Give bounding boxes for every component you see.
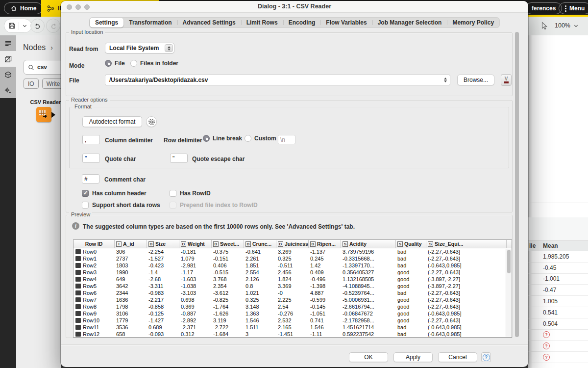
row-delimiter-radio-custom[interactable]: Custom xyxy=(245,135,276,142)
checkbox-icon[interactable] xyxy=(170,190,176,197)
column-header-weight[interactable]: DWeight xyxy=(179,240,212,248)
mode-radio-files-in-folder[interactable]: Files in folder xyxy=(130,60,178,67)
table-row[interactable]: Row0306-2.254-0.181-0.375-0.6413.269-1.1… xyxy=(74,248,512,255)
quote-char-input[interactable] xyxy=(82,154,100,163)
zoom-level-select[interactable]: 100% xyxy=(555,20,579,31)
table-row[interactable]: Row101779-1.427-2.8923.1191.5462.5320.74… xyxy=(74,317,512,324)
stats-row[interactable]: -1.001 xyxy=(528,274,588,285)
rail-item-node-repository[interactable] xyxy=(0,51,16,67)
stats-row[interactable]: 1.005 xyxy=(528,296,588,307)
checkbox-icon[interactable] xyxy=(82,202,89,209)
column-header-acidity[interactable]: SAcidity xyxy=(341,240,396,248)
comment-char-input[interactable] xyxy=(82,174,99,184)
tab-flow-variables[interactable]: Flow Variables xyxy=(320,18,372,27)
stats-row[interactable]: ? xyxy=(528,330,588,341)
radio-icon[interactable] xyxy=(130,60,137,67)
rail-item-ai-assistant[interactable] xyxy=(0,82,16,98)
table-row[interactable]: Row93106-0.125-0.887-1.6261.363-0.276-1.… xyxy=(74,310,512,317)
table-row[interactable]: Row81798-0.8580.369-1.7643.1482.54-0.145… xyxy=(74,303,512,310)
csv-reader-node-icon[interactable] xyxy=(36,107,51,122)
home-button[interactable]: Home xyxy=(4,2,43,14)
apply-button[interactable]: Apply xyxy=(393,352,433,362)
minimize-window-icon[interactable] xyxy=(75,4,81,10)
column-header-ripen[interactable]: DRipen... xyxy=(309,240,341,248)
stats-row[interactable]: 1,985.205 xyxy=(528,251,588,263)
stats-row[interactable]: 0.504 xyxy=(528,318,588,330)
table-row[interactable]: Row21803-0.423-2.9810.4061.851-0.5111.42… xyxy=(74,262,512,269)
column-delimiter-input[interactable] xyxy=(82,135,100,144)
tab-settings[interactable]: Settings xyxy=(90,18,123,27)
table-row[interactable]: Row12658-0.0930.312-1.6843-1.451-1.110.5… xyxy=(74,331,512,338)
stats-row[interactable]: -0.45 xyxy=(528,263,588,274)
table-row[interactable]: Row4649-2.68-1.6033.7682.1261.824-0.4961… xyxy=(74,276,512,283)
radio-icon[interactable] xyxy=(203,135,210,142)
ok-button[interactable]: OK xyxy=(349,352,388,362)
stats-row[interactable]: ? xyxy=(528,352,588,363)
help-button[interactable]: ? xyxy=(481,352,491,362)
tab-advanced-settings[interactable]: Advanced Settings xyxy=(177,18,241,27)
checkbox-support-short-data-rows[interactable]: Support short data rows xyxy=(82,202,170,209)
table-row[interactable]: Row12737-1.5271.079-0.1512.2610.3250.245… xyxy=(74,255,512,262)
table-row[interactable]: Row53642-3.311-1.0382.3540.83.369-1.398-… xyxy=(74,283,512,289)
read-from-dropdown[interactable]: Local File System xyxy=(105,43,174,53)
table-row[interactable]: Row1135360.689-2.371-2.7221.5112.1651.54… xyxy=(74,324,512,331)
filter-chip-io[interactable]: IO xyxy=(24,79,39,89)
close-window-icon[interactable] xyxy=(67,4,72,10)
tab-encoding[interactable]: Encoding xyxy=(283,18,321,27)
dialog-scrollbar[interactable] xyxy=(514,30,520,340)
rail-item-description[interactable] xyxy=(0,35,16,51)
redo-button[interactable] xyxy=(46,19,60,33)
column-header-a-id[interactable]: IA_id xyxy=(115,240,147,248)
preview-table[interactable]: Row IDIA_idDSizeDWeightDSweet...DCrunc..… xyxy=(73,239,512,338)
dialog-title-bar[interactable]: Dialog - 3:1 - CSV Reader xyxy=(61,1,528,13)
stats-row[interactable]: -0.47 xyxy=(528,285,588,296)
autodetect-format-button[interactable]: Autodetect format xyxy=(82,116,142,127)
table-row[interactable]: Row62344-0.983-3.103-3.6121.021-04.887-0… xyxy=(74,289,512,296)
checkbox-has-column-header[interactable]: Has column header xyxy=(82,190,170,197)
mode-radio-file[interactable]: File xyxy=(105,60,125,67)
table-row[interactable]: Row71636-2.2170.698-0.8250.3252.225-0.59… xyxy=(74,296,512,303)
column-header-row-id[interactable]: Row ID xyxy=(74,240,115,248)
undo-button[interactable] xyxy=(30,19,45,33)
menu-button[interactable]: Menu xyxy=(559,2,588,14)
tab-memory-policy[interactable]: Memory Policy xyxy=(447,18,499,27)
node-search-input[interactable] xyxy=(37,64,57,71)
scrollbar-thumb[interactable] xyxy=(515,32,519,337)
column-header-quality[interactable]: SQuality xyxy=(396,240,426,248)
row-delimiter-radio-line-break[interactable]: Line break xyxy=(203,135,242,142)
column-header-sweet[interactable]: DSweet... xyxy=(212,240,244,248)
rail-item-extensions[interactable] xyxy=(0,67,16,82)
column-header-size[interactable]: DSize xyxy=(147,240,179,248)
browse-button[interactable]: Browse... xyxy=(457,75,494,85)
checkbox-has-rowid[interactable]: Has RowID xyxy=(170,190,211,197)
cancel-button[interactable]: Cancel xyxy=(438,352,477,362)
tab-limit-rows[interactable]: Limit Rows xyxy=(241,18,283,27)
column-header-juiciness[interactable]: DJuiciness xyxy=(276,240,309,248)
preferences-button[interactable]: ferences xyxy=(525,2,562,14)
node-search-box[interactable] xyxy=(24,60,61,75)
file-path-combo[interactable] xyxy=(105,75,450,85)
tab-transformation[interactable]: Transformation xyxy=(123,18,177,27)
flow-variable-button[interactable]: V xyxy=(501,74,512,86)
quote-escape-input[interactable] xyxy=(170,154,188,163)
radio-icon[interactable] xyxy=(105,60,112,67)
checkbox-icon[interactable] xyxy=(82,190,89,197)
radio-icon[interactable] xyxy=(245,135,251,142)
filter-chip-write[interactable]: Write xyxy=(42,79,61,89)
zoom-window-icon[interactable] xyxy=(84,4,90,10)
tab-job-manager-selection[interactable]: Job Manager Selection xyxy=(372,18,447,27)
chevron-down-icon[interactable] xyxy=(22,23,27,28)
file-path-input[interactable] xyxy=(105,77,444,83)
stats-row[interactable]: ? xyxy=(528,341,588,352)
autodetect-settings-button[interactable] xyxy=(146,116,157,127)
pointer-tool-button[interactable] xyxy=(539,20,550,31)
scrollbar-thumb[interactable] xyxy=(507,250,511,273)
column-header-size-equi[interactable]: SSize_Equi... xyxy=(426,240,507,248)
chevron-right-icon[interactable]: › xyxy=(50,44,53,52)
preview-table-scrollbar[interactable] xyxy=(506,249,511,337)
custom-row-delimiter-input[interactable] xyxy=(278,135,295,144)
column-header-crunc[interactable]: DCrunc... xyxy=(244,240,276,248)
stats-row[interactable]: 0.541 xyxy=(528,307,588,318)
table-row[interactable]: Row31990-1.4-1.17-0.5152.5542.4560.4090.… xyxy=(74,269,512,276)
save-button[interactable] xyxy=(4,19,32,33)
